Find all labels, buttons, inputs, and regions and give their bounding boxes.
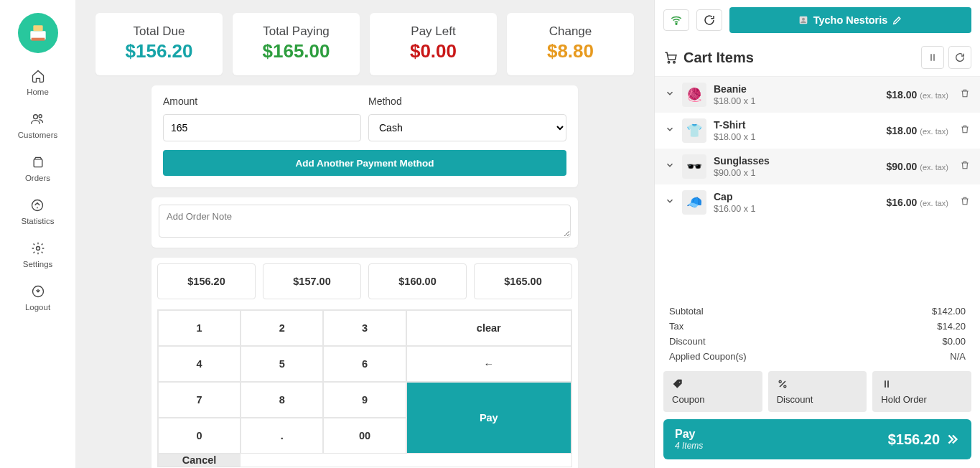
expand-item-button[interactable]	[665, 88, 675, 101]
nav-home[interactable]: Home	[27, 69, 49, 96]
card-change: Change $8.80	[507, 13, 634, 75]
key-2[interactable]: 2	[241, 310, 323, 346]
remove-item-button[interactable]	[960, 124, 970, 137]
card-label: Pay Left	[370, 24, 497, 39]
remove-item-button[interactable]	[960, 160, 970, 173]
svg-line-17	[780, 381, 785, 387]
svg-point-19	[783, 385, 785, 388]
key-1[interactable]: 1	[158, 310, 241, 346]
cart-actions: Coupon Discount Hold Order	[655, 371, 980, 412]
key-3[interactable]: 3	[323, 310, 406, 346]
svg-rect-5	[34, 159, 42, 167]
amount-input[interactable]	[163, 114, 361, 141]
card-label: Change	[507, 24, 634, 39]
item-name: Sunglasses	[714, 155, 879, 167]
reset-icon	[954, 52, 966, 63]
subtotal-label: Subtotal	[669, 306, 704, 317]
pay-title: Pay	[675, 428, 703, 441]
key-dot[interactable]: .	[241, 418, 323, 454]
user-icon	[798, 14, 809, 26]
key-clear[interactable]: clear	[406, 310, 571, 346]
svg-point-4	[39, 115, 42, 118]
pay-amount: $156.20	[888, 431, 940, 448]
item-price: $18.00 (ex. tax)	[887, 88, 948, 101]
order-note-input[interactable]	[159, 205, 571, 238]
key-4[interactable]: 4	[158, 346, 241, 382]
user-button[interactable]: Tycho Nestoris	[729, 7, 971, 33]
pay-subtitle: 4 Items	[675, 441, 703, 451]
nav-settings[interactable]: Settings	[23, 241, 53, 268]
svg-point-13	[673, 61, 676, 63]
remove-item-button[interactable]	[960, 196, 970, 209]
cart-panel: Tycho Nestoris Cart Items 🧶 Beanie $18.0…	[654, 0, 980, 468]
cash-register-icon	[27, 22, 50, 45]
cart-icon	[663, 50, 678, 65]
reset-cart-button[interactable]	[948, 46, 971, 69]
card-total-paying: Total Paying $165.00	[233, 13, 360, 75]
quick-amount-button[interactable]: $156.20	[157, 263, 256, 299]
sidebar: Home Customers Orders Statistics Setting…	[0, 0, 75, 468]
cart-title-text: Cart Items	[683, 50, 754, 66]
key-cancel[interactable]: Cancel	[158, 454, 241, 467]
item-price: $16.00 (ex. tax)	[887, 196, 948, 209]
quick-amounts-row: $156.20 $157.00 $160.00 $165.00	[157, 263, 572, 299]
cart-item: 🧢 Cap $16.00 x 1 $16.00 (ex. tax)	[655, 184, 980, 220]
svg-point-9	[676, 23, 677, 24]
add-payment-method-button[interactable]: Add Another Payment Method	[163, 150, 566, 176]
action-label: Hold Order	[881, 394, 963, 405]
key-backspace[interactable]: ←	[406, 346, 571, 382]
action-label: Discount	[777, 394, 859, 405]
pause-icon	[927, 52, 938, 63]
key-9[interactable]: 9	[323, 382, 406, 418]
app-logo	[18, 13, 58, 53]
nav-customers[interactable]: Customers	[18, 112, 58, 139]
home-icon	[31, 69, 45, 83]
key-00[interactable]: 00	[323, 418, 406, 454]
pay-button[interactable]: Pay 4 Items $156.20	[663, 419, 971, 459]
coupons-value: N/A	[950, 351, 966, 362]
item-subtext: $90.00 x 1	[714, 168, 879, 178]
pause-cart-button[interactable]	[921, 46, 944, 69]
card-label: Total Due	[95, 24, 223, 39]
item-name: T-Shirt	[714, 119, 879, 131]
item-subtext: $16.00 x 1	[714, 204, 879, 214]
item-thumbnail: 🧶	[682, 83, 706, 107]
nav-logout[interactable]: Logout	[25, 284, 50, 312]
method-select[interactable]: Cash	[368, 114, 566, 141]
svg-rect-1	[33, 25, 42, 31]
hold-order-button[interactable]: Hold Order	[872, 371, 971, 412]
item-subtext: $18.00 x 1	[714, 96, 879, 106]
connection-status-button[interactable]	[663, 9, 689, 31]
key-5[interactable]: 5	[241, 346, 323, 382]
order-note-card	[151, 197, 578, 248]
quick-amount-button[interactable]: $160.00	[368, 263, 467, 299]
key-0[interactable]: 0	[158, 418, 241, 454]
key-6[interactable]: 6	[323, 346, 406, 382]
logout-icon	[31, 284, 45, 299]
item-info: Sunglasses $90.00 x 1	[714, 155, 879, 178]
remove-item-button[interactable]	[960, 88, 970, 101]
cart-title: Cart Items	[663, 50, 754, 66]
key-7[interactable]: 7	[158, 382, 241, 418]
nav-orders[interactable]: Orders	[25, 155, 50, 182]
cart-item: 👕 T-Shirt $18.00 x 1 $18.00 (ex. tax)	[655, 113, 980, 149]
quick-amount-button[interactable]: $165.00	[474, 263, 572, 299]
summary-row: Total Due $156.20 Total Paying $165.00 P…	[95, 13, 634, 75]
key-8[interactable]: 8	[241, 382, 323, 418]
expand-item-button[interactable]	[665, 160, 675, 173]
card-total-due: Total Due $156.20	[95, 13, 223, 75]
refresh-button[interactable]	[696, 9, 722, 31]
nav-label: Customers	[18, 131, 58, 139]
expand-item-button[interactable]	[665, 124, 675, 137]
cart-item: 🕶️ Sunglasses $90.00 x 1 $90.00 (ex. tax…	[655, 149, 980, 184]
quick-amount-button[interactable]: $157.00	[263, 263, 361, 299]
discount-button[interactable]: Discount	[768, 371, 867, 412]
key-pay[interactable]: Pay	[406, 382, 571, 454]
method-label: Method	[368, 95, 566, 107]
cart-items-list: 🧶 Beanie $18.00 x 1 $18.00 (ex. tax) 👕 T…	[655, 77, 980, 220]
nav-statistics[interactable]: Statistics	[21, 198, 54, 225]
expand-item-button[interactable]	[665, 196, 675, 209]
svg-rect-2	[31, 38, 45, 41]
item-price: $18.00 (ex. tax)	[887, 124, 948, 137]
coupon-button[interactable]: Coupon	[663, 371, 762, 412]
